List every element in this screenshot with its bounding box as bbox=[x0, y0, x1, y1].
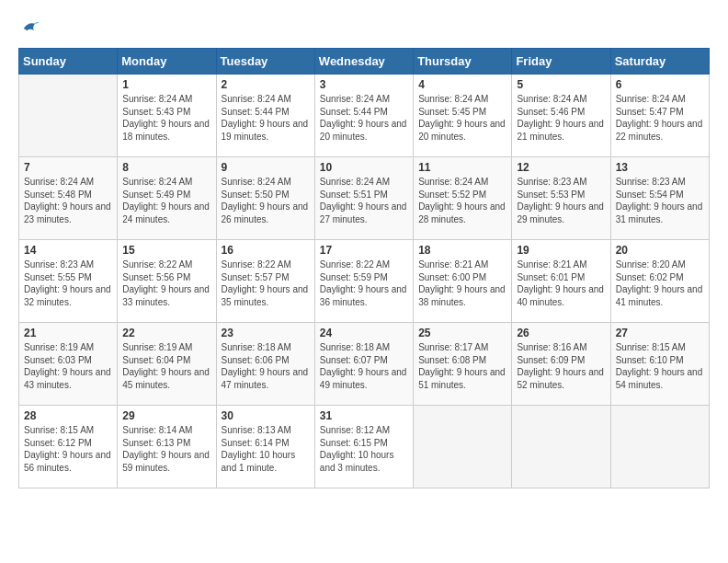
day-info: Sunrise: 8:15 AM Sunset: 6:10 PM Dayligh… bbox=[616, 341, 704, 391]
sunrise-text: Sunrise: 8:23 AM bbox=[24, 259, 94, 270]
calendar-day-cell: 27 Sunrise: 8:15 AM Sunset: 6:10 PM Dayl… bbox=[610, 323, 709, 406]
calendar-week-row: 14 Sunrise: 8:23 AM Sunset: 5:55 PM Dayl… bbox=[19, 240, 710, 323]
calendar-day-cell: 1 Sunrise: 8:24 AM Sunset: 5:43 PM Dayli… bbox=[118, 75, 216, 157]
day-number: 22 bbox=[122, 327, 210, 339]
day-number: 12 bbox=[517, 161, 605, 174]
calendar-day-cell: 22 Sunrise: 8:19 AM Sunset: 6:04 PM Dayl… bbox=[118, 323, 216, 406]
calendar-day-cell: 30 Sunrise: 8:13 AM Sunset: 6:14 PM Dayl… bbox=[216, 406, 314, 488]
sunrise-text: Sunrise: 8:22 AM bbox=[222, 259, 291, 270]
daylight-text: Daylight: 9 hours and 29 minutes. bbox=[517, 201, 604, 224]
daylight-text: Daylight: 9 hours and 40 minutes. bbox=[517, 284, 604, 307]
day-info: Sunrise: 8:18 AM Sunset: 6:06 PM Dayligh… bbox=[222, 341, 310, 391]
day-number: 26 bbox=[517, 327, 605, 339]
sunrise-text: Sunrise: 8:17 AM bbox=[418, 342, 488, 352]
day-info: Sunrise: 8:24 AM Sunset: 5:43 PM Dayligh… bbox=[122, 93, 210, 143]
calendar-body: 1 Sunrise: 8:24 AM Sunset: 5:43 PM Dayli… bbox=[19, 75, 710, 488]
sunrise-text: Sunrise: 8:24 AM bbox=[222, 94, 291, 104]
daylight-text: Daylight: 9 hours and 28 minutes. bbox=[418, 201, 506, 224]
day-number: 27 bbox=[616, 327, 704, 339]
day-number: 30 bbox=[222, 409, 310, 422]
sunset-text: Sunset: 5:57 PM bbox=[222, 272, 290, 282]
day-number: 31 bbox=[320, 409, 408, 422]
daylight-text: Daylight: 9 hours and 24 minutes. bbox=[122, 201, 210, 224]
sunrise-text: Sunrise: 8:22 AM bbox=[122, 259, 192, 270]
calendar-day-cell: 23 Sunrise: 8:18 AM Sunset: 6:06 PM Dayl… bbox=[216, 323, 314, 406]
day-of-week-header: Tuesday bbox=[216, 49, 314, 75]
day-info: Sunrise: 8:21 AM Sunset: 6:01 PM Dayligh… bbox=[517, 259, 605, 308]
daylight-text: Daylight: 9 hours and 52 minutes. bbox=[517, 367, 604, 390]
day-info: Sunrise: 8:22 AM Sunset: 5:56 PM Dayligh… bbox=[122, 259, 210, 308]
daylight-text: Daylight: 9 hours and 38 minutes. bbox=[418, 284, 506, 307]
sunset-text: Sunset: 6:00 PM bbox=[418, 272, 486, 282]
daylight-text: Daylight: 9 hours and 20 minutes. bbox=[418, 119, 506, 142]
day-number: 14 bbox=[24, 244, 112, 257]
sunrise-text: Sunrise: 8:20 AM bbox=[616, 259, 686, 270]
day-number: 7 bbox=[24, 161, 112, 174]
calendar-day-cell: 3 Sunrise: 8:24 AM Sunset: 5:44 PM Dayli… bbox=[314, 75, 413, 157]
day-info: Sunrise: 8:19 AM Sunset: 6:03 PM Dayligh… bbox=[24, 341, 112, 391]
day-number: 19 bbox=[517, 244, 605, 257]
daylight-text: Daylight: 9 hours and 36 minutes. bbox=[320, 284, 407, 307]
day-number: 8 bbox=[122, 161, 210, 174]
calendar-week-row: 28 Sunrise: 8:15 AM Sunset: 6:12 PM Dayl… bbox=[19, 406, 710, 488]
sunrise-text: Sunrise: 8:16 AM bbox=[517, 342, 586, 352]
day-info: Sunrise: 8:24 AM Sunset: 5:44 PM Dayligh… bbox=[222, 93, 310, 143]
sunrise-text: Sunrise: 8:24 AM bbox=[418, 177, 488, 187]
sunset-text: Sunset: 6:04 PM bbox=[122, 355, 190, 365]
day-number: 17 bbox=[320, 244, 408, 257]
sunset-text: Sunset: 5:43 PM bbox=[122, 107, 190, 117]
day-info: Sunrise: 8:19 AM Sunset: 6:04 PM Dayligh… bbox=[122, 341, 210, 391]
day-number: 2 bbox=[222, 78, 310, 91]
day-info: Sunrise: 8:12 AM Sunset: 6:15 PM Dayligh… bbox=[320, 424, 408, 474]
calendar-day-cell: 14 Sunrise: 8:23 AM Sunset: 5:55 PM Dayl… bbox=[19, 240, 118, 323]
day-number: 11 bbox=[418, 161, 506, 174]
calendar-day-cell: 13 Sunrise: 8:23 AM Sunset: 5:54 PM Dayl… bbox=[610, 157, 709, 240]
daylight-text: Daylight: 9 hours and 33 minutes. bbox=[122, 284, 210, 307]
day-number: 9 bbox=[222, 161, 310, 174]
sunrise-text: Sunrise: 8:24 AM bbox=[122, 94, 192, 104]
calendar-day-cell: 29 Sunrise: 8:14 AM Sunset: 6:13 PM Dayl… bbox=[118, 406, 216, 488]
sunrise-text: Sunrise: 8:23 AM bbox=[616, 177, 686, 187]
sunset-text: Sunset: 6:02 PM bbox=[616, 272, 684, 282]
day-info: Sunrise: 8:23 AM Sunset: 5:55 PM Dayligh… bbox=[24, 259, 112, 308]
daylight-text: Daylight: 9 hours and 32 minutes. bbox=[24, 284, 111, 307]
sunset-text: Sunset: 6:07 PM bbox=[320, 355, 388, 365]
daylight-text: Daylight: 9 hours and 26 minutes. bbox=[222, 201, 309, 224]
day-number: 23 bbox=[222, 327, 310, 339]
calendar-day-cell: 20 Sunrise: 8:20 AM Sunset: 6:02 PM Dayl… bbox=[610, 240, 709, 323]
day-number: 24 bbox=[320, 327, 408, 339]
sunset-text: Sunset: 6:01 PM bbox=[517, 272, 585, 282]
daylight-text: Daylight: 9 hours and 47 minutes. bbox=[222, 367, 309, 390]
sunrise-text: Sunrise: 8:24 AM bbox=[122, 177, 192, 187]
calendar-day-cell: 5 Sunrise: 8:24 AM Sunset: 5:46 PM Dayli… bbox=[512, 75, 610, 157]
sunset-text: Sunset: 5:54 PM bbox=[616, 190, 684, 200]
calendar-day-cell: 7 Sunrise: 8:24 AM Sunset: 5:48 PM Dayli… bbox=[19, 157, 118, 240]
daylight-text: Daylight: 9 hours and 21 minutes. bbox=[517, 119, 604, 142]
sunset-text: Sunset: 6:06 PM bbox=[222, 355, 290, 365]
day-of-week-header: Friday bbox=[512, 49, 610, 75]
daylight-text: Daylight: 9 hours and 20 minutes. bbox=[320, 119, 407, 142]
daylight-text: Daylight: 9 hours and 19 minutes. bbox=[222, 119, 309, 142]
sunset-text: Sunset: 5:53 PM bbox=[517, 190, 585, 200]
calendar-day-cell: 8 Sunrise: 8:24 AM Sunset: 5:49 PM Dayli… bbox=[118, 157, 216, 240]
daylight-text: Daylight: 9 hours and 35 minutes. bbox=[222, 284, 309, 307]
calendar-day-cell: 25 Sunrise: 8:17 AM Sunset: 6:08 PM Dayl… bbox=[414, 323, 512, 406]
sunrise-text: Sunrise: 8:19 AM bbox=[122, 342, 192, 352]
day-info: Sunrise: 8:20 AM Sunset: 6:02 PM Dayligh… bbox=[616, 259, 704, 308]
daylight-text: Daylight: 9 hours and 54 minutes. bbox=[616, 367, 703, 390]
sunset-text: Sunset: 5:44 PM bbox=[320, 107, 388, 117]
sunrise-text: Sunrise: 8:24 AM bbox=[616, 94, 686, 104]
day-info: Sunrise: 8:14 AM Sunset: 6:13 PM Dayligh… bbox=[122, 424, 210, 474]
calendar-day-cell: 11 Sunrise: 8:24 AM Sunset: 5:52 PM Dayl… bbox=[414, 157, 512, 240]
day-number: 16 bbox=[222, 244, 310, 257]
day-number: 28 bbox=[24, 409, 112, 422]
day-of-week-header: Monday bbox=[118, 49, 216, 75]
calendar-table: SundayMondayTuesdayWednesdayThursdayFrid… bbox=[18, 48, 710, 488]
sunset-text: Sunset: 5:50 PM bbox=[222, 190, 290, 200]
daylight-text: Daylight: 9 hours and 59 minutes. bbox=[122, 450, 210, 473]
daylight-text: Daylight: 9 hours and 45 minutes. bbox=[122, 367, 210, 390]
sunset-text: Sunset: 6:14 PM bbox=[222, 438, 290, 448]
day-number: 5 bbox=[517, 78, 605, 91]
sunset-text: Sunset: 5:59 PM bbox=[320, 272, 388, 282]
daylight-text: Daylight: 10 hours and 3 minutes. bbox=[320, 450, 394, 473]
